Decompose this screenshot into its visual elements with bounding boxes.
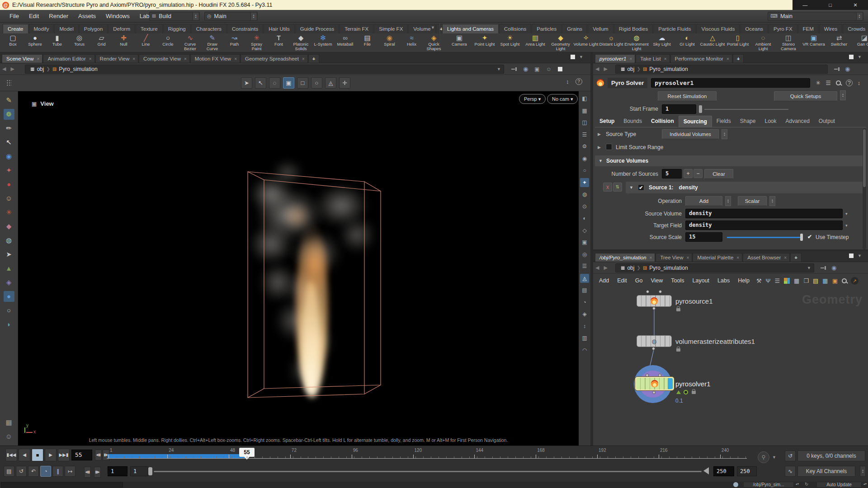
shelf-tool-metaball[interactable]: ∞Metaball <box>334 34 356 52</box>
asset-gallery-icon[interactable]: ▣ <box>832 277 838 284</box>
jump-end-button[interactable]: ▶▶▮ <box>58 449 70 461</box>
source-type-spinner[interactable]: ▴▾ <box>722 129 727 139</box>
params-scrollbar[interactable] <box>863 128 866 249</box>
prev-frame-button[interactable]: ◀ <box>19 449 30 461</box>
source1-enable-checkbox[interactable]: ✔ <box>638 184 644 191</box>
paint-tool-icon[interactable]: ❁ <box>4 109 14 120</box>
shelf-tool-spiral[interactable]: ◉Spiral <box>378 34 401 52</box>
path-dropdown-icon[interactable]: ▼ <box>497 67 501 71</box>
shelf-tool-torus[interactable]: ◎Torus <box>68 34 90 52</box>
key-all-channels-button[interactable]: Key All Channels <box>797 466 855 477</box>
reset-simulation-button[interactable]: Reset Simulation <box>658 91 717 101</box>
shelf-tool-geometry-light[interactable]: ◆Geometry Light <box>548 34 573 52</box>
headlight-icon[interactable]: ✦ <box>580 178 589 187</box>
shelf-tab-guide-process[interactable]: Guide Process <box>295 24 339 33</box>
start-frame-slider-track[interactable] <box>704 109 788 110</box>
camera-lock-icon[interactable]: ◉ <box>580 154 589 163</box>
shelf-tool-distant-light[interactable]: ☼Distant Light <box>599 34 624 52</box>
scene-path-field[interactable]: ▦obj ❯ ▨Pyro_simulation ▼ <box>25 65 504 74</box>
forward-icon[interactable]: ▶ <box>604 265 607 271</box>
menu-edit[interactable]: Edit <box>24 10 44 22</box>
smooth-shading-icon[interactable]: ◐ <box>580 214 589 223</box>
shelf-tool-stereo-camera[interactable]: ◫Stereo Camera <box>776 34 801 52</box>
net-menu-add[interactable]: Add <box>595 275 613 286</box>
grid-layout-icon[interactable]: ▦ <box>794 277 799 284</box>
tab-animation-editor[interactable]: Animation Editor× <box>43 54 94 63</box>
tab-geometry-spreadsheet[interactable]: Geometry Spreadsheet× <box>241 54 308 63</box>
settings-gear-icon[interactable]: ⚙ <box>580 142 589 151</box>
sort-icon[interactable]: ↕ <box>566 78 569 85</box>
search-parms-icon[interactable] <box>836 80 841 85</box>
shelf-tab-oceans[interactable]: Oceans <box>740 24 768 33</box>
input-connector[interactable] <box>659 290 662 293</box>
pin-icon[interactable] <box>834 66 840 72</box>
output-connector[interactable] <box>652 391 656 394</box>
shelf-tool-volume-light[interactable]: ✧Volume Light <box>573 34 599 52</box>
shelf-tab-collisions[interactable]: Collisions <box>499 24 531 33</box>
shelf-tool-helix[interactable]: ≈Helix <box>401 34 423 52</box>
figures-icon[interactable]: ☺ <box>546 66 552 72</box>
input-connector[interactable] <box>646 290 649 293</box>
folder-tab-output[interactable]: Output <box>814 116 840 127</box>
menu-windows[interactable]: Windows <box>101 10 135 22</box>
jump-start-button[interactable]: ▮◀◀ <box>5 449 17 461</box>
pane-menu-icon[interactable]: ▼ <box>858 55 862 59</box>
toolbar-grip[interactable] <box>6 80 12 87</box>
context-spinner[interactable]: ▴▾ <box>796 482 799 486</box>
tick-interval-icon[interactable]: ∥ <box>52 466 63 477</box>
geometry-info-icon[interactable]: ◈ <box>580 310 589 319</box>
shelf-tool-path[interactable]: ↝Path <box>223 34 245 52</box>
shelf-tab-fem[interactable]: FEM <box>798 24 819 33</box>
shelf-tab-constraints[interactable]: Constraints <box>227 24 263 33</box>
playback-start-field[interactable]: 1 <box>130 466 148 476</box>
node-pyrosolver1[interactable] <box>635 377 674 390</box>
maximize-button[interactable]: □ <box>818 0 843 10</box>
snap-options-icon[interactable]: ◬ <box>325 77 336 89</box>
quick-setups-button[interactable]: Quick Setups <box>774 91 837 101</box>
menu-render[interactable]: Render <box>44 10 73 22</box>
tab-add[interactable]: + <box>308 54 320 63</box>
node-name-field[interactable]: pyrosolver1 <box>651 78 810 88</box>
pane-split-icon[interactable] <box>571 55 575 59</box>
scene-viewport[interactable]: ▣ View Persp ▾ No cam ▾ Left mouse tumbl… <box>18 91 579 446</box>
spinner-icon[interactable]: ▴▾ <box>250 13 256 20</box>
shelf-tab-deform[interactable]: Deform <box>108 24 135 33</box>
spray-icon[interactable]: ✳ <box>4 207 14 218</box>
range-slider-handle-left[interactable] <box>148 467 152 475</box>
source-scale-slider-handle[interactable] <box>800 234 803 241</box>
gray-figure-icon[interactable]: ○ <box>4 305 14 316</box>
source1-header[interactable]: ▼ ✔ Source 1: density <box>626 182 863 193</box>
step-key-icon[interactable]: ↦ <box>65 466 75 477</box>
tab-performance-monitor[interactable]: Performance Monitor× <box>670 54 732 63</box>
minimize-button[interactable]: — <box>793 0 818 10</box>
color-swatch[interactable] <box>558 67 562 71</box>
tab-add[interactable]: + <box>790 253 802 262</box>
globe-icon[interactable] <box>733 482 738 487</box>
tab-scene-view[interactable]: Scene View× <box>2 54 42 63</box>
output-connector[interactable] <box>652 347 655 350</box>
close-icon[interactable]: × <box>629 56 632 61</box>
params-path-field[interactable]: ▦obj ❯ ▨Pyro_simulation <box>615 65 828 74</box>
network-search-icon[interactable] <box>842 278 847 283</box>
grid-small-icon[interactable]: ▦ <box>4 417 14 428</box>
number-of-sources-field[interactable]: 5 <box>662 169 682 178</box>
keys-info-box[interactable]: 0 keys, 0/0 channels <box>797 450 865 461</box>
list-view-icon[interactable]: ☰ <box>774 277 780 284</box>
close-icon[interactable]: × <box>37 56 40 61</box>
shelf-tool-null[interactable]: ✚Null <box>113 34 135 52</box>
pane-split-icon[interactable] <box>849 253 854 258</box>
add-source-button[interactable]: + <box>684 169 693 178</box>
reorder-source-button[interactable]: ⇅ <box>613 183 622 192</box>
folder-tab-collision[interactable]: Collision <box>646 116 679 127</box>
folder-tab-look[interactable]: Look <box>760 116 781 127</box>
lasso-select-icon[interactable]: ◌ <box>269 77 280 89</box>
tab-asset-browser[interactable]: Asset Browser× <box>743 253 790 262</box>
source-volumes-section[interactable]: ▼ Source Volumes <box>595 155 863 166</box>
character-icon[interactable]: ☺ <box>4 193 14 204</box>
tab-obj-pyro-simulation[interactable]: /obj/Pyro_simulation× <box>595 253 655 262</box>
prev-keyframe-button[interactable]: ◀▮ <box>84 467 91 478</box>
homing-icon[interactable]: ◧ <box>580 94 589 103</box>
close-icon[interactable]: × <box>184 56 187 61</box>
visualizer-icon[interactable]: ☰ <box>580 262 589 271</box>
close-icon[interactable]: × <box>302 56 305 61</box>
